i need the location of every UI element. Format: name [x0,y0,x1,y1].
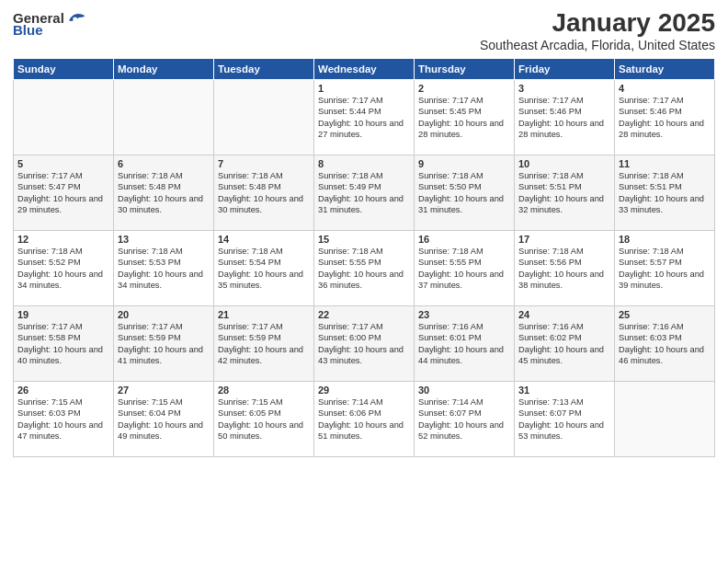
day-number: 16 [418,234,510,245]
day-content: Sunrise: 7:18 AM Sunset: 5:53 PM Dayligh… [118,246,210,292]
calendar-cell: 11Sunrise: 7:18 AM Sunset: 5:51 PM Dayli… [615,155,715,230]
calendar-cell: 25Sunrise: 7:16 AM Sunset: 6:03 PM Dayli… [615,305,715,381]
day-content: Sunrise: 7:17 AM Sunset: 5:46 PM Dayligh… [518,95,610,141]
day-content: Sunrise: 7:18 AM Sunset: 5:56 PM Dayligh… [518,246,610,292]
day-content: Sunrise: 7:18 AM Sunset: 5:48 PM Dayligh… [118,170,210,216]
calendar-cell: 7Sunrise: 7:18 AM Sunset: 5:48 PM Daylig… [214,155,314,230]
day-number: 23 [418,309,510,320]
calendar-cell: 10Sunrise: 7:18 AM Sunset: 5:51 PM Dayli… [515,155,615,230]
day-content: Sunrise: 7:17 AM Sunset: 5:59 PM Dayligh… [218,321,310,367]
calendar-cell: 12Sunrise: 7:18 AM Sunset: 5:52 PM Dayli… [14,230,114,305]
day-number: 6 [118,158,210,169]
day-content: Sunrise: 7:13 AM Sunset: 6:07 PM Dayligh… [518,396,610,442]
header: General Blue January 2025 Southeast Arca… [13,9,715,52]
calendar-title: January 2025 [480,9,715,38]
main-container: General Blue January 2025 Southeast Arca… [0,0,728,466]
logo: General Blue [13,9,86,38]
calendar-week-row: 12Sunrise: 7:18 AM Sunset: 5:52 PM Dayli… [14,230,715,305]
day-content: Sunrise: 7:17 AM Sunset: 5:45 PM Dayligh… [418,95,510,141]
logo-blue: Blue [13,22,43,38]
header-wednesday: Wednesday [314,58,415,79]
header-saturday: Saturday [615,58,715,79]
calendar-week-row: 19Sunrise: 7:17 AM Sunset: 5:58 PM Dayli… [14,305,715,381]
day-content: Sunrise: 7:18 AM Sunset: 5:55 PM Dayligh… [318,246,410,292]
calendar-cell: 28Sunrise: 7:15 AM Sunset: 6:05 PM Dayli… [214,381,314,456]
calendar-table: SundayMondayTuesdayWednesdayThursdayFrid… [13,58,715,457]
calendar-cell [615,381,715,456]
day-number: 10 [518,158,610,169]
header-tuesday: Tuesday [214,58,314,79]
day-number: 15 [318,234,410,245]
day-number: 28 [218,385,310,396]
day-content: Sunrise: 7:17 AM Sunset: 5:46 PM Dayligh… [619,95,711,141]
calendar-cell: 15Sunrise: 7:18 AM Sunset: 5:55 PM Dayli… [314,230,415,305]
day-content: Sunrise: 7:16 AM Sunset: 6:01 PM Dayligh… [418,321,510,367]
day-number: 17 [518,234,610,245]
day-content: Sunrise: 7:18 AM Sunset: 5:49 PM Dayligh… [318,170,410,216]
calendar-cell: 6Sunrise: 7:18 AM Sunset: 5:48 PM Daylig… [114,155,214,230]
day-number: 26 [17,385,109,396]
calendar-cell: 27Sunrise: 7:15 AM Sunset: 6:04 PM Dayli… [114,381,214,456]
calendar-subtitle: Southeast Arcadia, Florida, United State… [480,38,715,52]
day-number: 30 [418,385,510,396]
calendar-cell: 26Sunrise: 7:15 AM Sunset: 6:03 PM Dayli… [14,381,114,456]
calendar-cell: 17Sunrise: 7:18 AM Sunset: 5:56 PM Dayli… [515,230,615,305]
calendar-cell: 16Sunrise: 7:18 AM Sunset: 5:55 PM Dayli… [415,230,515,305]
day-number: 27 [118,385,210,396]
calendar-cell [214,79,314,155]
day-content: Sunrise: 7:18 AM Sunset: 5:52 PM Dayligh… [17,246,109,292]
day-number: 2 [418,83,510,94]
header-thursday: Thursday [415,58,515,79]
logo-bird-icon [66,9,86,26]
day-content: Sunrise: 7:18 AM Sunset: 5:57 PM Dayligh… [619,246,711,292]
calendar-cell: 29Sunrise: 7:14 AM Sunset: 6:06 PM Dayli… [314,381,415,456]
day-content: Sunrise: 7:17 AM Sunset: 5:59 PM Dayligh… [118,321,210,367]
calendar-cell: 13Sunrise: 7:18 AM Sunset: 5:53 PM Dayli… [114,230,214,305]
day-number: 11 [619,158,711,169]
day-number: 5 [17,158,109,169]
calendar-cell: 14Sunrise: 7:18 AM Sunset: 5:54 PM Dayli… [214,230,314,305]
day-number: 3 [518,83,610,94]
calendar-cell: 19Sunrise: 7:17 AM Sunset: 5:58 PM Dayli… [14,305,114,381]
calendar-cell: 8Sunrise: 7:18 AM Sunset: 5:49 PM Daylig… [314,155,415,230]
day-content: Sunrise: 7:17 AM Sunset: 5:47 PM Dayligh… [17,170,109,216]
day-number: 13 [118,234,210,245]
day-content: Sunrise: 7:18 AM Sunset: 5:55 PM Dayligh… [418,246,510,292]
header-friday: Friday [515,58,615,79]
calendar-cell: 4Sunrise: 7:17 AM Sunset: 5:46 PM Daylig… [615,79,715,155]
header-sunday: Sunday [14,58,114,79]
calendar-cell: 3Sunrise: 7:17 AM Sunset: 5:46 PM Daylig… [515,79,615,155]
calendar-cell: 5Sunrise: 7:17 AM Sunset: 5:47 PM Daylig… [14,155,114,230]
day-content: Sunrise: 7:18 AM Sunset: 5:51 PM Dayligh… [619,170,711,216]
calendar-cell: 23Sunrise: 7:16 AM Sunset: 6:01 PM Dayli… [415,305,515,381]
day-number: 14 [218,234,310,245]
day-number: 7 [218,158,310,169]
header-monday: Monday [114,58,214,79]
day-number: 21 [218,309,310,320]
calendar-header-row: SundayMondayTuesdayWednesdayThursdayFrid… [14,58,715,79]
calendar-cell: 18Sunrise: 7:18 AM Sunset: 5:57 PM Dayli… [615,230,715,305]
calendar-cell: 24Sunrise: 7:16 AM Sunset: 6:02 PM Dayli… [515,305,615,381]
day-number: 18 [619,234,711,245]
day-number: 4 [619,83,711,94]
calendar-cell: 2Sunrise: 7:17 AM Sunset: 5:45 PM Daylig… [415,79,515,155]
day-content: Sunrise: 7:17 AM Sunset: 5:44 PM Dayligh… [318,95,410,141]
day-content: Sunrise: 7:15 AM Sunset: 6:05 PM Dayligh… [218,396,310,442]
day-content: Sunrise: 7:18 AM Sunset: 5:48 PM Dayligh… [218,170,310,216]
day-number: 29 [318,385,410,396]
day-number: 19 [17,309,109,320]
day-content: Sunrise: 7:14 AM Sunset: 6:07 PM Dayligh… [418,396,510,442]
calendar-cell: 30Sunrise: 7:14 AM Sunset: 6:07 PM Dayli… [415,381,515,456]
calendar-cell: 1Sunrise: 7:17 AM Sunset: 5:44 PM Daylig… [314,79,415,155]
calendar-cell: 31Sunrise: 7:13 AM Sunset: 6:07 PM Dayli… [515,381,615,456]
day-content: Sunrise: 7:17 AM Sunset: 6:00 PM Dayligh… [318,321,410,367]
day-content: Sunrise: 7:18 AM Sunset: 5:54 PM Dayligh… [218,246,310,292]
calendar-week-row: 5Sunrise: 7:17 AM Sunset: 5:47 PM Daylig… [14,155,715,230]
day-content: Sunrise: 7:15 AM Sunset: 6:04 PM Dayligh… [118,396,210,442]
day-number: 9 [418,158,510,169]
calendar-cell: 22Sunrise: 7:17 AM Sunset: 6:00 PM Dayli… [314,305,415,381]
calendar-cell [14,79,114,155]
day-number: 1 [318,83,410,94]
day-content: Sunrise: 7:14 AM Sunset: 6:06 PM Dayligh… [318,396,410,442]
day-content: Sunrise: 7:18 AM Sunset: 5:50 PM Dayligh… [418,170,510,216]
